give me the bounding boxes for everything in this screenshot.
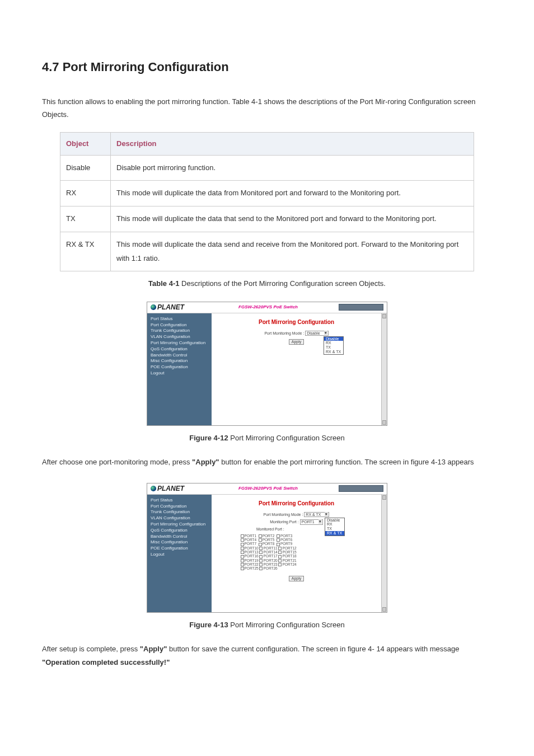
dropdown-option[interactable]: RX	[324, 341, 343, 345]
port-row: PORT10 PORT11 PORT12	[241, 546, 353, 550]
main-panel: Port Mirroring Configuration Port Monito…	[212, 495, 381, 612]
figure-caption: Figure 4-12 Port Mirroring Configuration…	[42, 431, 492, 444]
caption-rest: Port Mirroring Configuration Screen	[228, 434, 345, 442]
sidebar-item[interactable]: Misc Configuration	[151, 359, 208, 364]
sidebar-item[interactable]: Port Mirroring Configuration	[151, 522, 208, 527]
port-label: PORT26	[263, 566, 277, 570]
sidebar-item[interactable]: Trunk Configuration	[151, 510, 208, 515]
port-checkbox[interactable]	[259, 567, 263, 570]
logo-icon	[151, 486, 156, 491]
sidebar-item[interactable]: QoS Configuration	[151, 528, 208, 533]
cell-object: Disable	[60, 155, 111, 181]
sidebar-item[interactable]: Misc Configuration	[151, 540, 208, 545]
scroll-down-icon[interactable]	[382, 420, 386, 425]
port-row: PORT7 PORT8 PORT9	[241, 542, 353, 546]
sidebar-item[interactable]: Logout	[151, 552, 208, 557]
apply-button[interactable]: Apply	[289, 339, 305, 345]
sidebar-item[interactable]: POE Configuration	[151, 546, 208, 551]
sidebar-item[interactable]: POE Configuration	[151, 365, 208, 370]
sidebar-item[interactable]: Trunk Configuration	[151, 328, 208, 334]
sidebar-item[interactable]: Port Configuration	[151, 323, 208, 328]
mode-select[interactable]: RX & TX	[304, 512, 329, 518]
dropdown-option[interactable]: RX & TX	[324, 350, 343, 354]
dropdown-option[interactable]: Disable	[325, 518, 344, 523]
cell-object: RX & TX	[60, 232, 111, 271]
port-checkbox[interactable]	[259, 559, 263, 562]
model-label: FGSW-2620PVS PoE Switch	[238, 486, 298, 491]
logo: PLANET	[151, 485, 184, 492]
port-label: PORT16	[245, 554, 259, 558]
dropdown-option[interactable]: RX	[325, 522, 344, 527]
sidebar-item[interactable]: Port Status	[151, 498, 208, 503]
description-table: Object Description Disable Disable port …	[60, 132, 474, 271]
dropdown-option[interactable]: TX	[324, 345, 343, 350]
port-checkbox[interactable]	[241, 559, 244, 562]
mode-label: Port Monitoring Mode :	[264, 512, 303, 516]
caption-bold: Table 4-1	[148, 279, 179, 288]
scroll-up-icon[interactable]	[382, 314, 386, 318]
sidebar-item[interactable]: Port Mirroring Configuration	[151, 341, 208, 346]
port-label: PORT15	[282, 550, 296, 554]
apply-button[interactable]: Apply	[289, 576, 305, 581]
table-row: TX This mode will duplicate the data tha…	[60, 206, 474, 232]
port-checkbox[interactable]	[278, 563, 282, 566]
port-row: PORT16 PORT17 PORT18	[241, 554, 353, 558]
cell-description: This mode will duplicate the data that s…	[111, 206, 474, 232]
port-label: PORT6	[280, 538, 293, 542]
text: After choose one port-monitoring mode, p…	[42, 458, 192, 466]
port-checkbox[interactable]	[259, 543, 262, 546]
port-label: PORT4	[245, 538, 257, 542]
monitoring-port-select[interactable]: PORT1	[300, 519, 323, 525]
port-label: PORT5	[263, 538, 275, 542]
scroll-up-icon[interactable]	[382, 495, 386, 500]
table-row: Disable Disable port mirroring function.	[60, 155, 474, 181]
port-label: PORT19	[245, 558, 259, 562]
sidebar-item[interactable]: Logout	[151, 371, 208, 376]
caption-bold: Figure 4-13	[189, 621, 228, 629]
port-checkbox[interactable]	[241, 555, 244, 558]
dropdown-option[interactable]: TX	[325, 527, 344, 531]
sidebar-item[interactable]: VLAN Configuration	[151, 516, 208, 521]
port-row: PORT4 PORT5 PORT6	[241, 538, 353, 542]
port-label: PORT23	[263, 562, 277, 566]
port-label: PORT10	[245, 546, 259, 550]
sidebar-item[interactable]: Bandwidth Control	[151, 534, 208, 539]
cell-object: TX	[60, 206, 111, 232]
port-checkbox[interactable]	[278, 555, 282, 558]
th-object: Object	[60, 133, 111, 155]
text: button for save the current configuratio…	[167, 645, 459, 653]
mode-label: Port Monitoring Mode :	[264, 331, 304, 335]
port-checkbox[interactable]	[259, 555, 263, 558]
sidebar-item[interactable]: Port Configuration	[151, 504, 208, 509]
port-row: PORT22 PORT23 PORT24	[241, 562, 353, 566]
dropdown-option[interactable]: RX & TX	[325, 531, 344, 536]
port-label: PORT2	[263, 534, 275, 538]
sidebar-item[interactable]: Bandwidth Control	[151, 353, 208, 358]
panel-title: Port Mirroring Configuration	[217, 319, 376, 325]
sidebar-item[interactable]: Port Status	[151, 317, 208, 322]
port-label: PORT20	[263, 558, 277, 562]
dropdown-option[interactable]: Disable	[324, 337, 343, 341]
ss-header: PLANET FGSW-2620PVS PoE Switch	[147, 302, 387, 313]
section-heading: 4.7 Port Mirroring Configuration	[42, 56, 492, 78]
mode-dropdown[interactable]: Disable RX TX RX & TX	[324, 336, 344, 355]
mode-dropdown[interactable]: Disable RX TX RX & TX	[325, 518, 345, 536]
mode-select[interactable]: Disable	[305, 331, 328, 336]
text: button for enable the port mirroring fun…	[219, 458, 474, 466]
model-label: FGSW-2620PVS PoE Switch	[238, 305, 298, 310]
scrollbar[interactable]	[381, 313, 387, 425]
port-label: PORT18	[282, 554, 296, 558]
monitored-port-label: Monitored Port :	[256, 527, 284, 531]
main-panel: Port Mirroring Configuration Port Monito…	[212, 313, 381, 425]
port-label: PORT11	[263, 546, 277, 550]
port-checkbox[interactable]	[278, 559, 282, 562]
port-checkbox[interactable]	[241, 543, 244, 546]
sidebar-item[interactable]: QoS Configuration	[151, 347, 208, 352]
port-checkbox[interactable]	[241, 567, 244, 570]
sidebar-item[interactable]: VLAN Configuration	[151, 335, 208, 340]
logo: PLANET	[151, 304, 184, 311]
scrollbar[interactable]	[381, 495, 387, 612]
monitoring-port-label: Monitoring Port :	[270, 520, 298, 524]
port-label: PORT1	[245, 534, 257, 538]
scroll-down-icon[interactable]	[382, 607, 386, 612]
